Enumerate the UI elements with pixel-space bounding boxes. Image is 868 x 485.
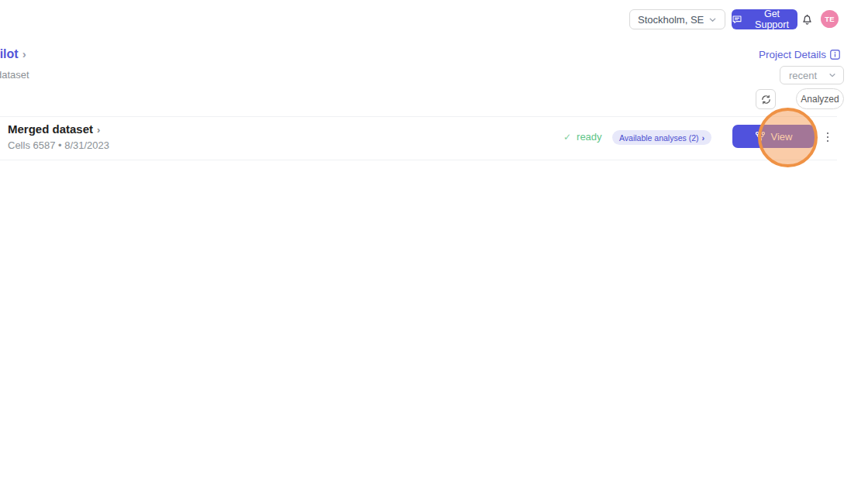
status-label: ready xyxy=(577,131,602,143)
analyzed-filter-button[interactable]: Analyzed xyxy=(796,88,844,109)
sort-select[interactable]: recent xyxy=(780,66,844,84)
chevron-right-icon: › xyxy=(702,133,705,143)
dataset-meta: Cells 6587 • 8/31/2023 xyxy=(8,139,109,151)
row-more-menu[interactable] xyxy=(822,131,833,143)
page-subtitle: dataset xyxy=(0,69,29,81)
chevron-down-icon xyxy=(708,15,717,24)
bell-icon xyxy=(801,12,814,26)
breadcrumb-project-name: Pilot xyxy=(0,47,19,61)
avatar[interactable]: TE xyxy=(821,10,839,28)
available-analyses-badge[interactable]: Available analyses (2) › xyxy=(612,130,711,145)
info-icon xyxy=(830,50,840,60)
location-select-value: Stockholm, SE xyxy=(638,14,704,26)
get-support-label: Get Support xyxy=(746,9,797,30)
more-dot xyxy=(827,136,829,139)
chevron-right-icon: › xyxy=(22,47,26,60)
dataset-title: Merged dataset xyxy=(8,122,93,136)
refresh-icon xyxy=(760,94,772,105)
project-details-label: Project Details xyxy=(759,49,826,60)
sort-select-value: recent xyxy=(789,70,817,81)
view-button-label: View xyxy=(771,131,793,143)
check-icon: ✓ xyxy=(563,132,571,143)
analyses-badge-label: Available analyses (2) xyxy=(619,133,699,143)
analyzed-filter-label: Analyzed xyxy=(801,94,839,105)
chevron-right-icon: › xyxy=(97,124,100,136)
chevron-down-icon xyxy=(828,71,836,79)
get-support-button[interactable]: Get Support xyxy=(732,9,797,29)
row-divider-top xyxy=(0,116,837,117)
refresh-button[interactable] xyxy=(756,89,776,109)
view-button[interactable]: View xyxy=(732,125,815,148)
row-divider-bottom xyxy=(0,160,837,160)
notifications-button[interactable] xyxy=(800,12,814,26)
more-dot xyxy=(827,132,829,135)
more-dot xyxy=(827,140,829,143)
project-details-link[interactable]: Project Details xyxy=(759,49,840,60)
comment-icon xyxy=(732,14,742,25)
breadcrumb[interactable]: Pilot › xyxy=(0,47,26,61)
location-select[interactable]: Stockholm, SE xyxy=(629,9,725,29)
dataset-title-link[interactable]: Merged dataset › xyxy=(8,122,100,136)
avatar-initials: TE xyxy=(825,15,835,23)
dataset-status: ✓ ready xyxy=(563,131,602,143)
fork-icon xyxy=(755,131,766,142)
